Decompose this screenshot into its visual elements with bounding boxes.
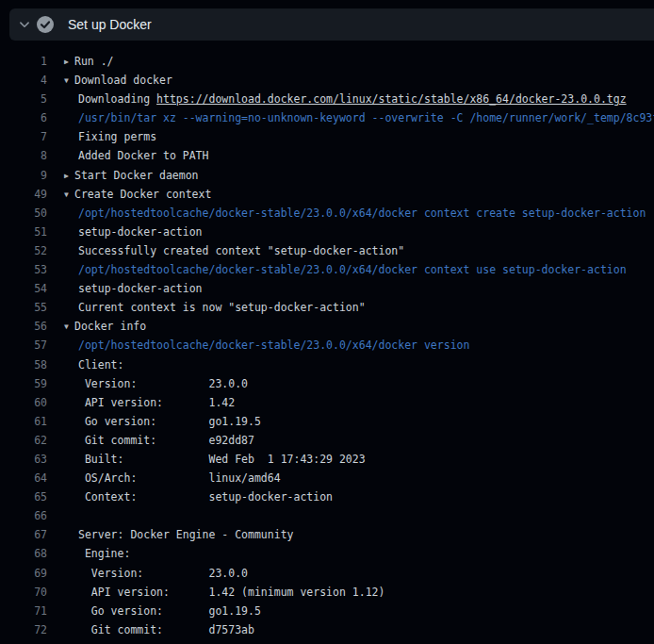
log-command-text: /usr/bin/tar xz --warning=no-unknown-key… xyxy=(78,108,654,127)
line-number[interactable]: 71 xyxy=(0,602,47,620)
log-line: 66 xyxy=(0,506,654,525)
line-number[interactable]: 63 xyxy=(0,450,47,469)
log-line: 57/opt/hostedtoolcache/docker-stable/23.… xyxy=(0,336,654,355)
log-text: Version: 23.0.0 xyxy=(78,374,248,393)
log-text: Go version: go1.19.5 xyxy=(78,602,261,620)
line-number[interactable]: 51 xyxy=(0,223,47,241)
log-line: 9▶Start Docker daemon xyxy=(0,166,654,185)
log-text: Go version: go1.19.5 xyxy=(78,412,261,431)
log-line: 68 Engine: xyxy=(0,544,654,563)
log-line: 51setup-docker-action xyxy=(0,223,654,241)
line-number[interactable]: 61 xyxy=(0,412,47,431)
line-number[interactable]: 56 xyxy=(0,317,47,336)
line-number[interactable]: 4 xyxy=(0,71,47,90)
line-number[interactable]: 6 xyxy=(0,108,47,127)
log-text: Added Docker to PATH xyxy=(78,146,208,165)
log-text: Built: Wed Feb 1 17:43:29 2023 xyxy=(78,450,366,469)
log-line: 60 API version: 1.42 xyxy=(0,393,654,412)
log-line: 56▼Docker info xyxy=(0,317,654,336)
log-text: Current context is now "setup-docker-act… xyxy=(78,298,366,317)
log-text: Client: xyxy=(78,355,123,374)
line-number[interactable]: 64 xyxy=(0,469,47,487)
line-number[interactable]: 67 xyxy=(0,525,47,544)
log-line: 7Fixing perms xyxy=(0,127,654,146)
step-header[interactable]: Set up Docker xyxy=(9,8,654,41)
group-title[interactable]: Download docker xyxy=(74,74,172,87)
log-line: 4▼Download docker xyxy=(0,71,654,90)
log-line: 55Current context is now "setup-docker-a… xyxy=(0,298,654,317)
line-number[interactable]: 60 xyxy=(0,393,47,412)
line-number[interactable]: 66 xyxy=(0,506,47,525)
caret-collapsed-icon[interactable]: ▶ xyxy=(62,53,74,72)
line-number[interactable]: 1 xyxy=(0,52,47,71)
caret-expanded-icon[interactable]: ▼ xyxy=(62,318,74,337)
line-number[interactable]: 55 xyxy=(0,298,47,317)
log-text: API version: 1.42 xyxy=(78,393,235,412)
caret-expanded-icon[interactable]: ▼ xyxy=(62,72,74,91)
log-line: 64 OS/Arch: linux/amd64 xyxy=(0,469,654,487)
log-line: 71 Go version: go1.19.5 xyxy=(0,602,654,620)
log-line: 5Downloading https://download.docker.com… xyxy=(0,90,654,108)
line-number[interactable]: 50 xyxy=(0,204,47,223)
line-number[interactable]: 68 xyxy=(0,544,47,563)
log-text: API version: 1.42 (minimum version 1.12) xyxy=(78,583,384,602)
line-number[interactable]: 7 xyxy=(0,127,47,146)
line-number[interactable]: 62 xyxy=(0,431,47,450)
line-number[interactable]: 49 xyxy=(0,185,47,204)
log-line: 72 Git commit: d7573ab xyxy=(0,620,654,639)
log-text: Git commit: e92dd87 xyxy=(78,431,254,450)
group-title[interactable]: Create Docker context xyxy=(74,188,211,201)
line-number[interactable]: 72 xyxy=(0,620,47,639)
log-line: 6/usr/bin/tar xz --warning=no-unknown-ke… xyxy=(0,108,654,127)
line-number[interactable]: 69 xyxy=(0,564,47,583)
log-line: 70 API version: 1.42 (minimum version 1.… xyxy=(0,583,654,602)
line-number[interactable]: 59 xyxy=(0,374,47,393)
log-command-text: /opt/hostedtoolcache/docker-stable/23.0.… xyxy=(78,336,469,355)
log-link[interactable]: https://download.docker.com/linux/static… xyxy=(156,92,627,106)
log-line: 67Server: Docker Engine - Community xyxy=(0,525,654,544)
log-line: 1▶Run ./ xyxy=(0,52,654,71)
line-number[interactable]: 58 xyxy=(0,355,47,374)
caret-expanded-icon[interactable]: ▼ xyxy=(62,186,74,205)
line-number[interactable]: 8 xyxy=(0,146,47,165)
check-circle-icon xyxy=(36,15,55,34)
log-text: Successfully created context "setup-dock… xyxy=(78,241,404,260)
group-title[interactable]: Docker info xyxy=(74,320,146,333)
log-line: 58Client: xyxy=(0,355,654,374)
log-line: 65 Context: setup-docker-action xyxy=(0,487,654,506)
log-line: 54setup-docker-action xyxy=(0,279,654,298)
log-line: 59 Version: 23.0.0 xyxy=(0,374,654,393)
log-line: 61 Go version: go1.19.5 xyxy=(0,412,654,431)
log-command-text: /opt/hostedtoolcache/docker-stable/23.0.… xyxy=(78,260,627,279)
log-text: setup-docker-action xyxy=(78,279,203,298)
log-line: 62 Git commit: e92dd87 xyxy=(0,431,654,450)
log-text: Git commit: d7573ab xyxy=(78,620,254,639)
log-line: 69 Version: 23.0.0 xyxy=(0,564,654,583)
log-command-text: /opt/hostedtoolcache/docker-stable/23.0.… xyxy=(78,204,646,223)
caret-collapsed-icon[interactable]: ▶ xyxy=(62,167,74,186)
log-text: Version: 23.0.0 xyxy=(78,564,248,583)
log-line: 8Added Docker to PATH xyxy=(0,146,654,165)
line-number[interactable]: 54 xyxy=(0,279,47,298)
group-title[interactable]: Start Docker daemon xyxy=(74,169,199,182)
line-number[interactable]: 5 xyxy=(0,90,47,108)
line-number[interactable]: 9 xyxy=(0,166,47,185)
line-number[interactable]: 65 xyxy=(0,487,47,506)
log-text: setup-docker-action xyxy=(78,223,203,241)
log-line: 49▼Create Docker context xyxy=(0,185,654,204)
line-number[interactable]: 70 xyxy=(0,583,47,602)
log-viewer: 1▶Run ./4▼Download docker5Downloading ht… xyxy=(0,41,654,644)
log-text: Context: setup-docker-action xyxy=(78,487,333,506)
log-text: Server: Docker Engine - Community xyxy=(78,525,293,544)
step-title: Set up Docker xyxy=(68,17,152,32)
line-number[interactable]: 53 xyxy=(0,260,47,279)
log-text: OS/Arch: linux/amd64 xyxy=(78,469,281,487)
group-title[interactable]: Run ./ xyxy=(74,55,114,68)
log-line: 52Successfully created context "setup-do… xyxy=(0,241,654,260)
log-text: Fixing perms xyxy=(78,127,156,146)
log-line: 63 Built: Wed Feb 1 17:43:29 2023 xyxy=(0,450,654,469)
chevron-down-icon[interactable] xyxy=(17,17,32,32)
line-number[interactable]: 57 xyxy=(0,336,47,355)
line-number[interactable]: 52 xyxy=(0,241,47,260)
log-text: Engine: xyxy=(78,544,130,563)
